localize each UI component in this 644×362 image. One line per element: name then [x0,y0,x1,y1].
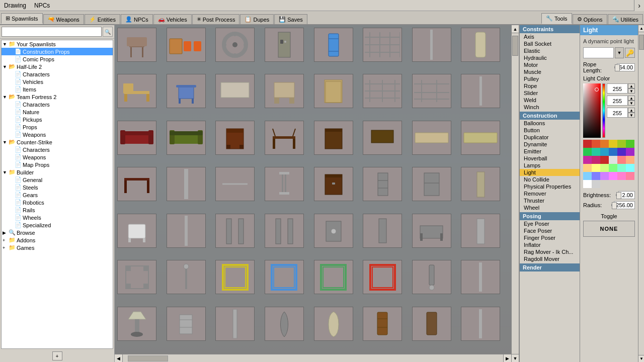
construction-dynamite[interactable]: Dynamite [520,141,580,148]
tab-spawnlists[interactable]: ⊞ Spawnlists [1,13,43,24]
palette-color-18[interactable] [583,164,592,172]
grid-item[interactable] [461,307,500,341]
grid-item[interactable] [215,167,255,201]
scroll-down-btn[interactable]: ▼ [512,354,519,362]
posing-inflator[interactable]: Inflator [520,241,580,248]
grid-item[interactable] [167,307,206,341]
palette-color-0[interactable] [583,140,592,148]
construction-no-collide[interactable]: No Collide [520,176,580,183]
palette-color-10[interactable] [617,148,626,156]
palette-color-12[interactable] [583,156,592,164]
right-scroll-thumb[interactable] [639,35,644,50]
constraint-muscle[interactable]: Muscle [520,68,580,75]
hue-bar[interactable] [602,83,605,138]
posing-ragdoll-mover[interactable]: Ragdoll Mover [520,255,580,262]
constraint-rope[interactable]: Rope [520,82,580,89]
tab-dupes[interactable]: 📋 Dupes [240,14,274,24]
grid-item[interactable] [461,214,500,248]
palette-color-6[interactable] [583,148,592,156]
construction-emitter[interactable]: Emitter [520,148,580,155]
tree-item-addons[interactable]: + 📁 Addons [2,236,113,244]
construction-light[interactable]: Light [520,169,580,176]
tree-item-tf2[interactable]: ▼ 📂 Team Fortress 2 [2,93,113,101]
palette-color-22[interactable] [617,164,626,172]
posing-finger-poser[interactable]: Finger Poser [520,234,580,241]
grid-item[interactable] [215,307,255,341]
grid-item[interactable] [461,167,500,201]
palette-color-8[interactable] [600,148,609,156]
tree-item-tf2-weapons[interactable]: 📄 Weapons [2,131,113,138]
palette-color-30[interactable] [583,180,592,188]
tree-item-hl2[interactable]: ▼ 📂 Half-Life 2 [2,63,113,70]
grid-item[interactable] [412,307,451,341]
none-button[interactable]: NONE [583,221,635,237]
scroll-track[interactable] [123,355,503,361]
posing-rag-mover[interactable]: Rag Mover - Ik Ch... [520,248,580,255]
palette-color-25[interactable] [592,172,600,180]
grid-item[interactable] [167,214,206,248]
palette-color-28[interactable] [617,172,626,180]
tab-postprocess[interactable]: ✳ Post Process [192,14,240,24]
palette-color-15[interactable] [609,156,617,164]
construction-remover[interactable]: Remover [520,190,580,197]
radius-slider[interactable] [611,204,612,206]
palette-color-9[interactable] [609,148,617,156]
palette-color-23[interactable] [626,164,634,172]
tree-item-builder-robotics[interactable]: 📄 Robotics [2,199,113,206]
radius-value[interactable]: 256.00 [614,201,635,209]
tree-item-games[interactable]: + 📁 Games [2,244,113,251]
palette-color-4[interactable] [617,140,626,148]
grid-item[interactable] [314,74,353,108]
light-key-icon[interactable]: 🔑 [625,48,635,58]
palette-color-24[interactable] [583,172,592,180]
tab-vehicles[interactable]: 🚗 Vehicles [153,14,192,24]
grid-item[interactable] [167,167,206,201]
constraint-axis[interactable]: Axis [520,33,580,40]
palette-color-19[interactable] [592,164,600,172]
grid-item[interactable] [363,28,402,62]
grid-item[interactable] [314,121,353,155]
tree-item-hl2-items[interactable]: 📄 Items [2,85,113,93]
tree-item-builder-gears[interactable]: 📄 Gears [2,191,113,199]
tree-item-tf2-props[interactable]: 📄 Props [2,123,113,131]
rgb-r-up[interactable]: ▲ [628,83,635,88]
constraint-elastic[interactable]: Elastic [520,47,580,54]
constraint-weld[interactable]: Weld [520,97,580,104]
construction-duplicator[interactable]: Duplicator [520,134,580,141]
tree-item-hl2-characters[interactable]: 📄 Characters [2,70,113,78]
constraint-ball-socket[interactable]: Ball Socket [520,40,580,47]
grid-item[interactable] [314,167,353,201]
tree-item-comic-props[interactable]: 📄 Comic Props [2,55,113,63]
grid-item[interactable] [412,260,451,294]
tree-item-cs[interactable]: ▼ 📂 Counter-Strike [2,138,113,146]
rgb-r-down[interactable]: ▼ [628,88,635,94]
menu-npcs[interactable]: NPCs [30,2,54,9]
palette-color-2[interactable] [600,140,609,148]
palette-color-3[interactable] [609,140,617,148]
grid-item[interactable] [117,214,156,248]
tree-item-builder-specialized[interactable]: 📄 Specialized [2,221,113,229]
grid-item[interactable] [314,307,353,341]
grid-item[interactable] [314,260,353,294]
palette-color-16[interactable] [617,156,626,164]
scroll-thumb[interactable] [128,355,168,361]
grid-item[interactable] [363,121,402,155]
tab-npcs[interactable]: 👤 NPCs [121,14,153,24]
palette-color-11[interactable] [626,148,634,156]
construction-balloons[interactable]: Balloons [520,120,580,127]
grid-item[interactable] [265,167,304,201]
palette-color-20[interactable] [600,164,609,172]
construction-thruster[interactable]: Thruster [520,197,580,204]
grid-item[interactable] [167,28,206,62]
palette-color-5[interactable] [626,140,634,148]
construction-hoverball[interactable]: Hoverball [520,155,580,162]
tree-item-hl2-vehicles[interactable]: 📄 Vehicles [2,78,113,85]
scroll-up-btn[interactable]: ▲ [512,25,519,33]
constraint-hydraulic[interactable]: Hydraulic [520,54,580,61]
constraint-motor[interactable]: Motor [520,61,580,68]
construction-physical-props[interactable]: Physical Properties [520,183,580,190]
grid-item[interactable] [215,260,255,294]
grid-item[interactable] [461,28,500,62]
tree-item-cs-map-props[interactable]: 📄 Map Props [2,161,113,168]
grid-item[interactable] [265,121,304,155]
